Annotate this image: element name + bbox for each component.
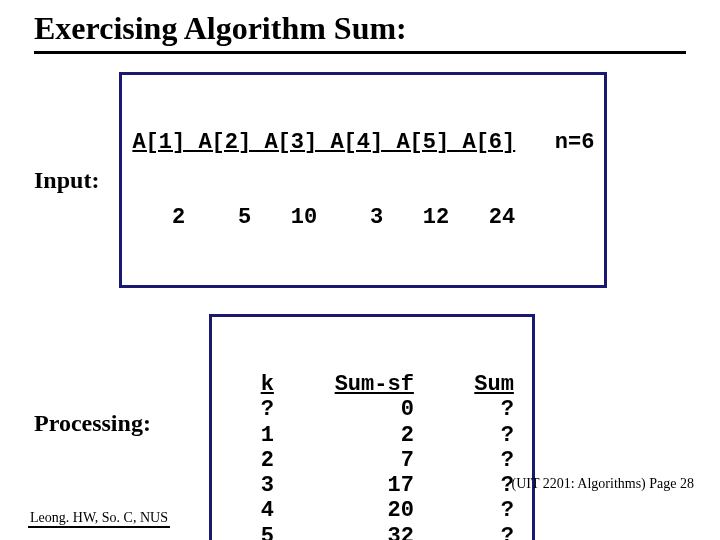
footer-left: Leong. HW, So. C, NUS bbox=[28, 510, 170, 528]
input-box: A[1] A[2] A[3] A[4] A[5] A[6] n=6 2 5 10… bbox=[119, 72, 607, 288]
slide-title: Exercising Algorithm Sum: bbox=[34, 10, 686, 54]
input-label: Input: bbox=[34, 167, 99, 194]
processing-box: kSum-sfSum?0?12?27?317?420?532?656?65656 bbox=[209, 314, 535, 540]
processing-section: Processing: kSum-sfSum?0?12?27?317?420?5… bbox=[34, 314, 686, 540]
footer-right: (UIT 2201: Algorithms) Page 28 bbox=[511, 476, 694, 492]
input-section: Input: A[1] A[2] A[3] A[4] A[5] A[6] n=6… bbox=[34, 72, 686, 288]
processing-label: Processing: bbox=[34, 410, 151, 437]
